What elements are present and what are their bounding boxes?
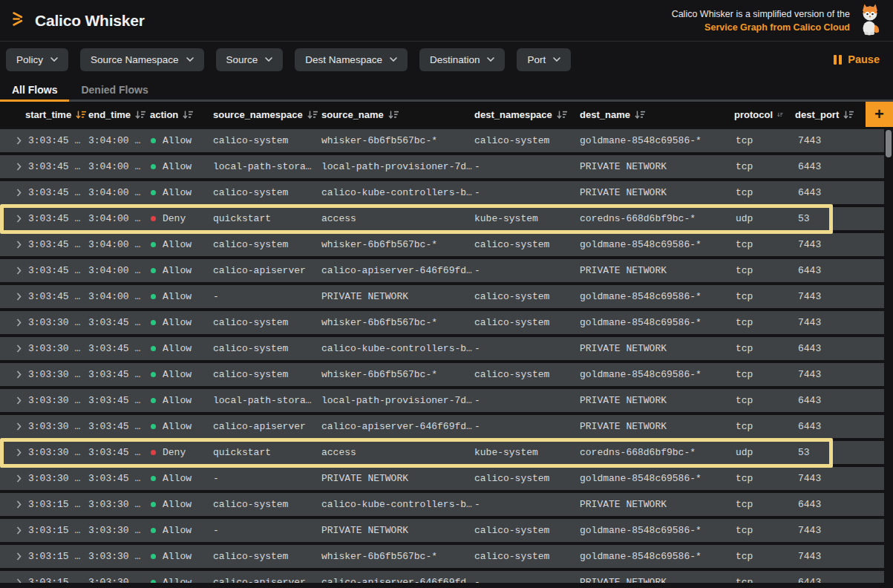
cell-dest-namespace: calico-system	[473, 317, 578, 328]
cell-end-time: 3:03:45 …	[87, 343, 148, 354]
flow-table-row[interactable]: 3:03:30 …3:03:45 …Allowcalico-systemwhis…	[0, 311, 884, 334]
column-header-action[interactable]: action	[148, 102, 212, 127]
flow-table-row[interactable]: 3:03:30 …3:03:45 …Denyquickstartaccessku…	[0, 441, 884, 464]
column-header-label: dest_port	[795, 109, 839, 120]
cell-protocol: tcp	[733, 343, 792, 354]
cell-source-name: access	[320, 447, 473, 458]
column-header-dest-port[interactable]: dest_port	[792, 102, 866, 127]
cell-source-name: access	[320, 213, 473, 224]
sort-descending-icon	[183, 110, 194, 120]
allow-status-dot	[151, 372, 156, 377]
cell-start-time: 3:03:15 …	[0, 525, 87, 536]
column-header-source-namespace[interactable]: source_namespace	[212, 102, 320, 127]
sort-descending-icon	[135, 110, 146, 120]
flow-table-row[interactable]: 3:03:45 …3:04:00 …Denyquickstartaccessku…	[0, 207, 884, 230]
add-column-button[interactable]: +	[866, 102, 893, 127]
filter-bar-buttons: PolicySource NamespaceSourceDest Namespa…	[6, 48, 571, 71]
cell-dest-namespace: kube-system	[473, 447, 578, 458]
cell-source-namespace: calico-system	[212, 239, 320, 250]
column-header-end-time[interactable]: end_time	[87, 102, 148, 127]
cell-start-time: 3:03:45 …	[0, 265, 87, 276]
column-header-source-name[interactable]: source_name	[320, 102, 473, 127]
tab-all-flows[interactable]: All Flows	[0, 77, 69, 102]
cell-start-time: 3:03:15 …	[0, 577, 87, 583]
flow-table-row[interactable]: 3:03:30 …3:03:45 …Allowcalico-systemwhis…	[0, 363, 884, 386]
cell-start-time: 3:03:45 …	[0, 161, 87, 172]
action-value: Allow	[163, 369, 192, 380]
cell-source-namespace: calico-system	[212, 135, 320, 146]
pause-button[interactable]: Pause	[834, 53, 880, 65]
allow-status-dot	[151, 138, 156, 143]
column-header-dest-namespace[interactable]: dest_namespace	[473, 102, 578, 127]
cell-dest-name: goldmane-8548c69586-*	[578, 369, 733, 380]
cell-end-time: 3:04:00 …	[87, 161, 148, 172]
cell-dest-namespace: calico-system	[473, 291, 578, 302]
column-header-protocol[interactable]: protocol	[733, 102, 792, 127]
start-time-value: 3:03:30 …	[28, 395, 80, 406]
flow-table-row[interactable]: 3:03:45 …3:04:00 …Allowlocal-path-stora……	[0, 155, 884, 178]
calico-whisker-app: Calico Whisker Calico Whisker is a simpl…	[0, 0, 893, 588]
cell-end-time: 3:03:45 …	[87, 473, 148, 484]
flow-table-row[interactable]: 3:03:45 …3:04:00 …Allowcalico-systemcali…	[0, 181, 884, 204]
cell-source-name: whisker-6b6fb567bc-*	[320, 135, 473, 146]
scrollbar-thumb[interactable]	[886, 130, 892, 157]
allow-status-dot	[151, 164, 156, 169]
filter-button-dest-namespace[interactable]: Dest Namespace	[295, 48, 408, 71]
start-time-value: 3:03:45 …	[28, 239, 80, 250]
allow-status-dot	[151, 502, 156, 507]
cell-source-name: calico-kube-controllers-b…	[320, 187, 473, 198]
filter-button-source-namespace[interactable]: Source Namespace	[80, 48, 204, 71]
cell-start-time: 3:03:45 …	[0, 135, 87, 146]
chevron-down-icon	[553, 57, 560, 62]
flow-table-row[interactable]: 3:03:30 …3:03:45 …Allowlocal-path-stora……	[0, 389, 884, 412]
action-value: Allow	[163, 551, 192, 562]
filter-button-policy[interactable]: Policy	[6, 48, 68, 71]
action-value: Allow	[163, 421, 192, 432]
action-value: Allow	[163, 343, 192, 354]
flow-table-row[interactable]: 3:03:15 …3:03:30 …Allowcalico-systemwhis…	[0, 545, 884, 568]
flow-table-row[interactable]: 3:03:30 …3:03:45 …Allow-PRIVATE NETWORKc…	[0, 467, 884, 490]
cell-protocol: tcp	[733, 161, 792, 172]
filter-button-port[interactable]: Port	[517, 48, 571, 71]
sort-descending-icon	[635, 110, 646, 120]
cell-action: Allow	[148, 473, 212, 484]
column-header-start-time[interactable]: start_time	[0, 102, 87, 127]
service-graph-link[interactable]: Service Graph from Calico Cloud	[704, 22, 850, 33]
flow-table-row[interactable]: 3:03:45 …3:04:00 …Allow-PRIVATE NETWORKc…	[0, 285, 884, 308]
cell-action: Allow	[148, 343, 212, 354]
flow-table-row[interactable]: 3:03:15 …3:03:30 …Allowcalico-systemcali…	[0, 493, 884, 516]
cell-source-name: local-path-provisioner-7d…	[320, 161, 473, 172]
flow-table-row[interactable]: 3:03:30 …3:03:45 …Allowcalico-apiserverc…	[0, 415, 884, 438]
tab-denied-flows[interactable]: Denied Flows	[69, 77, 160, 102]
pause-icon	[834, 55, 842, 65]
cell-dest-namespace: kube-system	[473, 213, 578, 224]
cell-start-time: 3:03:30 …	[0, 421, 87, 432]
sort-descending-icon	[843, 110, 854, 120]
flow-table-row[interactable]: 3:03:45 …3:04:00 …Allowcalico-systemwhis…	[0, 233, 884, 256]
cell-source-name: PRIVATE NETWORK	[320, 525, 473, 536]
flow-table-row[interactable]: 3:03:30 …3:03:45 …Allowcalico-systemcali…	[0, 337, 884, 360]
flow-table-row[interactable]: 3:03:45 …3:04:00 …Allowcalico-apiserverc…	[0, 259, 884, 282]
action-value: Allow	[163, 161, 192, 172]
table-body: 3:03:45 …3:04:00 …Allowcalico-systemwhis…	[0, 127, 893, 583]
cell-protocol: tcp	[733, 577, 792, 583]
cell-protocol: tcp	[733, 317, 792, 328]
sort-descending-icon	[307, 110, 318, 120]
filter-button-label: Source Namespace	[91, 54, 179, 65]
action-value: Allow	[163, 187, 192, 198]
cell-source-name: whisker-6b6fb567bc-*	[320, 551, 473, 562]
cell-end-time: 3:03:45 …	[87, 317, 148, 328]
action-value: Allow	[163, 473, 192, 484]
column-header-dest-name[interactable]: dest_name	[578, 102, 733, 127]
cell-dest-namespace: -	[473, 577, 578, 583]
filter-button-source[interactable]: Source	[216, 48, 284, 71]
cell-source-name: whisker-6b6fb567bc-*	[320, 239, 473, 250]
flow-table-row[interactable]: 3:03:15 …3:03:30 …Allowcalico-apiserverc…	[0, 571, 884, 583]
flow-table-row[interactable]: 3:03:45 …3:04:00 …Allowcalico-systemwhis…	[0, 129, 884, 152]
flow-table-row[interactable]: 3:03:15 …3:03:30 …Allow-PRIVATE NETWORKc…	[0, 519, 884, 542]
cell-action: Deny	[148, 213, 212, 224]
expand-chevron-icon	[16, 422, 22, 431]
filter-button-destination[interactable]: Destination	[419, 48, 506, 71]
tagline-text: Calico Whisker is a simplified version o…	[672, 7, 850, 21]
cell-start-time: 3:03:30 …	[0, 447, 87, 458]
